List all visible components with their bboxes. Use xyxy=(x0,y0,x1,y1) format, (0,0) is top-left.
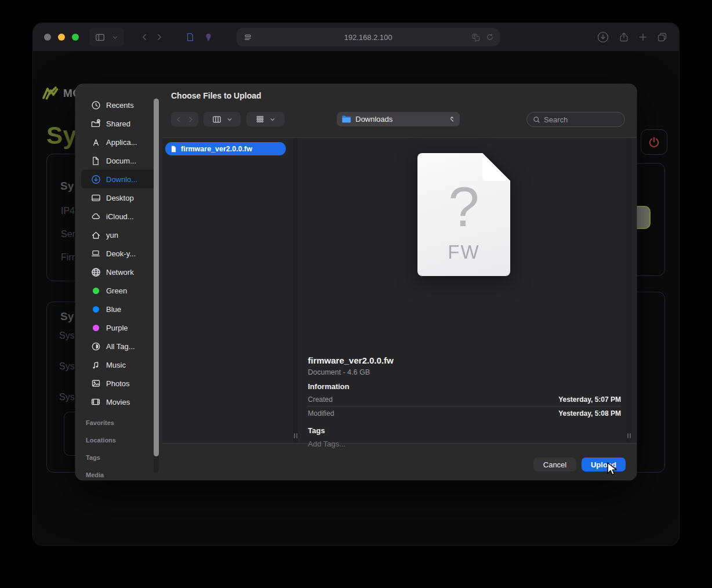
sidebar-item-deoky[interactable]: Deok-y... xyxy=(81,244,159,263)
sidebar-item-docum[interactable]: Docum... xyxy=(81,151,159,170)
downloads-menu-icon[interactable] xyxy=(597,31,609,43)
column-divider-scrollbar[interactable] xyxy=(293,138,298,443)
sidebar-item-downlo[interactable]: Downlo... xyxy=(81,170,159,188)
sidebar-item-label: All Tag... xyxy=(106,342,135,351)
preview-file-name: firmware_ver2.0.0.fw xyxy=(308,355,394,365)
folder-icon xyxy=(342,115,351,124)
info-row-created: CreatedYesterday, 5:07 PM xyxy=(308,393,621,406)
file-preview-icon: ? FW xyxy=(417,153,510,276)
sidebar-item-network[interactable]: Network xyxy=(81,263,159,281)
panel1-row-fragment: IP4 xyxy=(61,206,75,216)
sidebar-item-label: Applica... xyxy=(106,138,137,147)
power-button[interactable] xyxy=(641,129,667,155)
dialog-title: Choose Files to Upload xyxy=(171,91,261,100)
note-extension-icon[interactable] xyxy=(186,32,195,42)
sidebar-scrollbar-track[interactable] xyxy=(154,99,159,473)
panel2-row-fragment: Sys xyxy=(59,361,75,372)
sidebar-item-purple[interactable]: Purple xyxy=(81,318,159,337)
sidebar-toggle-icon[interactable] xyxy=(95,32,105,42)
folder-select[interactable]: Downloads xyxy=(337,112,460,126)
search-field[interactable] xyxy=(526,112,625,127)
view-mode-button[interactable] xyxy=(204,112,241,126)
panel1-row-fragment: Ser xyxy=(61,229,75,239)
back-icon[interactable] xyxy=(140,33,148,41)
sidebar-item-movies[interactable]: Movies xyxy=(81,393,159,411)
search-input[interactable] xyxy=(544,115,619,124)
shared-folder-icon xyxy=(90,118,101,129)
traffic-lights xyxy=(44,34,79,41)
file-chooser-dialog: RecentsSharedApplica...Docum...Downlo...… xyxy=(75,84,637,480)
sidebar-item-label: Downlo... xyxy=(106,175,137,184)
sidebar-scrollbar-thumb[interactable] xyxy=(154,99,159,456)
close-window-icon[interactable] xyxy=(44,34,51,41)
new-tab-icon[interactable] xyxy=(638,32,648,42)
cancel-button[interactable]: Cancel xyxy=(533,458,576,471)
cloud-icon xyxy=(90,211,101,222)
sidebar-item-label: Movies xyxy=(106,398,130,406)
sidebar-item-label: Docum... xyxy=(106,157,136,165)
share-icon[interactable] xyxy=(619,32,629,42)
sidebar-section-label: Favorites xyxy=(86,419,162,429)
sidebar-item-label: Network xyxy=(106,268,134,277)
panel2-title-fragment: Sy xyxy=(60,310,74,323)
photos-icon xyxy=(90,378,101,389)
file-name: firmware_ver2.0.0.fw xyxy=(181,145,252,153)
sidebar-item-alltag[interactable]: All Tag... xyxy=(81,337,159,355)
sidebar-item-photos[interactable]: Photos xyxy=(81,374,159,393)
info-row-label: Modified xyxy=(308,409,334,418)
info-row-modified: ModifiedYesterday, 5:08 PM xyxy=(308,406,621,420)
appstore-icon xyxy=(90,137,101,147)
nav-group xyxy=(135,28,169,46)
group-by-button[interactable] xyxy=(246,112,285,126)
tab-overview-icon[interactable] xyxy=(657,32,667,42)
reload-icon[interactable] xyxy=(486,33,494,42)
forward-icon[interactable] xyxy=(155,33,164,41)
dialog-back-icon[interactable] xyxy=(175,116,182,123)
file-list-item[interactable]: firmware_ver2.0.0.fw xyxy=(165,142,286,155)
sidebar-section-label: Locations xyxy=(86,437,162,446)
address-actions xyxy=(471,33,494,42)
translate-icon[interactable] xyxy=(471,33,480,42)
sidebar-item-green[interactable]: Green xyxy=(81,281,159,300)
sidebar-item-label: Green xyxy=(106,286,127,295)
zoom-window-icon[interactable] xyxy=(72,34,79,41)
sidebar-item-desktop[interactable]: Desktop xyxy=(81,188,159,207)
purple-extension-icon[interactable] xyxy=(204,32,213,42)
search-icon xyxy=(533,116,540,124)
preview-resize-grip[interactable] xyxy=(627,433,631,438)
page-settings-icon[interactable] xyxy=(244,33,252,42)
titlebar-right-actions xyxy=(597,28,667,46)
url-text[interactable]: 192.168.2.100 xyxy=(237,33,500,42)
address-bar[interactable]: 192.168.2.100 xyxy=(237,28,500,46)
group-view-icon xyxy=(256,115,264,124)
sidebar-item-applica[interactable]: Applica... xyxy=(81,133,159,151)
sidebar-item-music[interactable]: Music xyxy=(81,355,159,374)
sidebar-item-yun[interactable]: yun xyxy=(81,226,159,244)
dialog-main: Choose Files to Upload Downloads xyxy=(162,84,637,480)
info-row-value: Yesterday, 5:08 PM xyxy=(558,409,621,418)
file-extension-badge: FW xyxy=(417,241,510,263)
sidebar-item-label: Shared xyxy=(106,119,130,128)
document-icon xyxy=(90,155,101,166)
sidebar-item-label: Photos xyxy=(106,379,129,388)
chevron-down-icon[interactable] xyxy=(112,34,118,41)
sidebar-item-label: yun xyxy=(106,231,118,239)
globe-icon xyxy=(90,267,101,277)
dialog-forward-icon[interactable] xyxy=(187,116,194,123)
minimize-window-icon[interactable] xyxy=(58,34,65,41)
preview-tags-heading: Tags xyxy=(308,426,325,435)
file-browser: firmware_ver2.0.0.fw ? FW firmware_ver2.… xyxy=(162,137,637,444)
sidebar-item-label: Recents xyxy=(106,101,134,110)
sidebar-item-blue[interactable]: Blue xyxy=(81,300,159,318)
tag-dot-icon xyxy=(90,304,101,314)
sidebar-item-recents[interactable]: Recents xyxy=(81,96,159,114)
desktop-icon xyxy=(90,193,101,203)
chevron-down-icon xyxy=(270,117,275,122)
column-resize-grip[interactable] xyxy=(294,433,297,438)
sidebar-item-shared[interactable]: Shared xyxy=(81,114,159,133)
downloads-icon xyxy=(90,174,101,184)
sidebar-item-icloud[interactable]: iCloud... xyxy=(81,207,159,226)
preview-scrollbar[interactable] xyxy=(626,138,631,443)
sidebar-item-label: Desktop xyxy=(106,194,134,202)
chevron-down-icon xyxy=(227,117,233,122)
